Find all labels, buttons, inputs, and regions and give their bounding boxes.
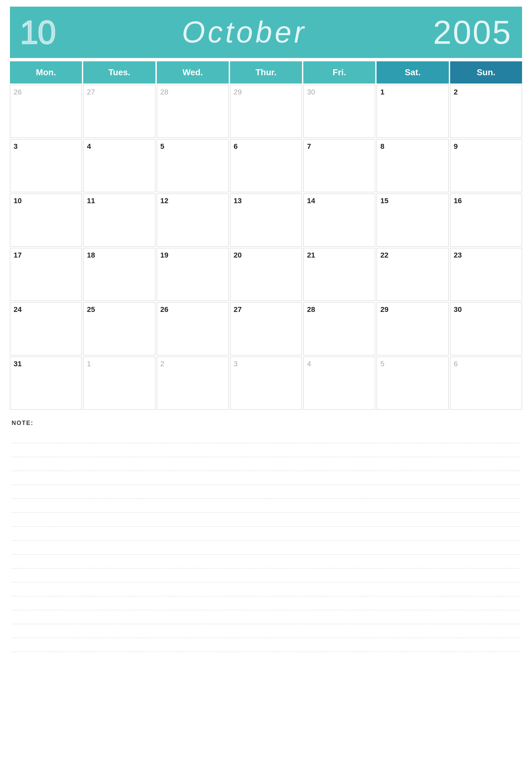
day-number: 21: [307, 251, 315, 259]
calendar-cell-week4-day2: 26: [157, 302, 229, 355]
calendar-cell-week0-day1: 27: [83, 85, 155, 138]
calendar-cell-week2-day6: 16: [450, 194, 522, 247]
day-number: 9: [454, 142, 458, 150]
calendar-cell-week2-day0: 10: [10, 194, 82, 247]
day-number: 29: [380, 305, 388, 314]
calendar-cell-week0-day3: 29: [230, 85, 302, 138]
calendar-header: 10 October 2005: [10, 7, 522, 58]
calendar-cell-week5-day0: 31: [10, 357, 82, 410]
day-number: 30: [307, 88, 315, 96]
calendar-cell-week0-day2: 28: [157, 85, 229, 138]
notes-line-11: [12, 582, 520, 596]
day-number: 1: [380, 88, 384, 96]
day-number: 17: [14, 251, 22, 259]
calendar-cell-week3-day0: 17: [10, 248, 82, 301]
day-header-sun: Sun.: [450, 61, 522, 84]
notes-line-6: [12, 513, 520, 527]
calendar-cell-week1-day4: 7: [303, 139, 375, 192]
calendar-cell-week2-day1: 11: [83, 194, 155, 247]
day-number: 30: [454, 305, 462, 314]
day-number: 6: [454, 360, 458, 368]
calendar-cell-week2-day3: 13: [230, 194, 302, 247]
day-number: 8: [380, 142, 384, 150]
calendar-cell-week1-day6: 9: [450, 139, 522, 192]
day-number: 2: [160, 360, 164, 368]
notes-line-3: [12, 471, 520, 485]
day-number: 14: [307, 197, 315, 205]
calendar-cell-week5-day5: 5: [377, 357, 448, 410]
calendar-cell-week1-day3: 6: [230, 139, 302, 192]
calendar-cell-week5-day4: 4: [303, 357, 375, 410]
day-number: 15: [380, 197, 388, 205]
calendar-cell-week0-day6: 2: [450, 85, 522, 138]
calendar-cell-week4-day5: 29: [377, 302, 448, 355]
calendar-cell-week3-day5: 22: [377, 248, 448, 301]
day-header-sat: Sat.: [377, 61, 448, 84]
calendar-cell-week1-day5: 8: [377, 139, 448, 192]
calendar-cell-week4-day1: 25: [83, 302, 155, 355]
notes-label: NOTE:: [12, 420, 520, 427]
day-number: 29: [234, 88, 242, 96]
days-of-week-header: Mon.Tues.Wed.Thur.Fri.Sat.Sun.: [10, 61, 522, 84]
calendar-cell-week5-day2: 2: [157, 357, 229, 410]
notes-line-4: [12, 485, 520, 499]
notes-line-2: [12, 457, 520, 471]
day-number: 28: [307, 305, 315, 314]
day-header-fri: Fri.: [303, 61, 375, 84]
calendar-cell-week1-day2: 5: [157, 139, 229, 192]
calendar-cell-week5-day3: 3: [230, 357, 302, 410]
calendar-cell-week4-day6: 30: [450, 302, 522, 355]
calendar-cell-week4-day3: 27: [230, 302, 302, 355]
calendar-cell-week5-day1: 1: [83, 357, 155, 410]
calendar-cell-week0-day0: 26: [10, 85, 82, 138]
calendar-cell-week3-day3: 20: [230, 248, 302, 301]
day-number: 3: [234, 360, 238, 368]
notes-line-5: [12, 499, 520, 513]
month-number: 10: [20, 13, 55, 51]
calendar-cell-week4-day0: 24: [10, 302, 82, 355]
day-number: 19: [160, 251, 168, 259]
day-header-tues: Tues.: [83, 61, 155, 84]
day-number: 4: [307, 360, 311, 368]
day-number: 26: [160, 305, 168, 314]
day-number: 16: [454, 197, 462, 205]
notes-line-14: [12, 624, 520, 638]
calendar-cell-week1-day0: 3: [10, 139, 82, 192]
day-number: 24: [14, 305, 22, 314]
calendar-cell-week3-day6: 23: [450, 248, 522, 301]
day-number: 23: [454, 251, 462, 259]
day-number: 27: [234, 305, 242, 314]
day-number: 28: [160, 88, 168, 96]
notes-line-0: [12, 429, 520, 443]
day-number: 22: [380, 251, 388, 259]
day-number: 11: [87, 197, 95, 205]
day-number: 18: [87, 251, 95, 259]
calendar-cell-week4-day4: 28: [303, 302, 375, 355]
day-header-mon: Mon.: [10, 61, 82, 84]
calendar-cell-week3-day4: 21: [303, 248, 375, 301]
day-number: 7: [307, 142, 311, 150]
month-name: October: [182, 15, 307, 49]
day-header-wed: Wed.: [157, 61, 229, 84]
day-number: 20: [234, 251, 242, 259]
day-number: 3: [14, 142, 18, 150]
notes-line-10: [12, 568, 520, 582]
day-number: 2: [454, 88, 458, 96]
calendar-cell-week1-day1: 4: [83, 139, 155, 192]
notes-lines: [12, 429, 520, 652]
day-header-thur: Thur.: [230, 61, 302, 84]
notes-line-7: [12, 527, 520, 541]
day-number: 1: [87, 360, 91, 368]
day-number: 31: [14, 360, 22, 368]
day-number: 13: [234, 197, 242, 205]
notes-section: NOTE:: [10, 420, 522, 652]
notes-line-1: [12, 443, 520, 457]
notes-line-13: [12, 610, 520, 624]
day-number: 25: [87, 305, 95, 314]
notes-line-8: [12, 541, 520, 555]
notes-line-15: [12, 638, 520, 652]
day-number: 5: [160, 142, 164, 150]
calendar-grid: 2627282930123456789101112131415161718192…: [10, 85, 522, 410]
calendar-cell-week0-day5: 1: [377, 85, 448, 138]
day-number: 12: [160, 197, 168, 205]
